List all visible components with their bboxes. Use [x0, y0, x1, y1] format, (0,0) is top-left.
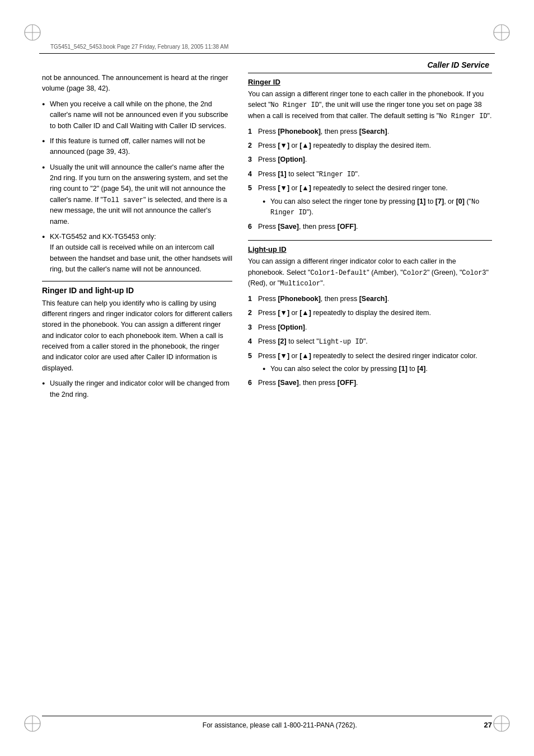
ringer-id-rule [248, 73, 492, 73]
corner-mark-tr [491, 22, 512, 43]
lightup-step-6: 6Press [Save], then press [OFF]. [248, 378, 492, 388]
continuation-text: not be announced. The announcement is he… [42, 73, 232, 95]
lightup-id-steps: 1Press [Phonebook], then press [Search].… [248, 294, 492, 389]
list-item: Usually the ringer and indicator color w… [42, 378, 232, 400]
ringer-id-intro: This feature can help you identify who i… [42, 298, 232, 374]
lightup-id-intro: You can assign a different ringer indica… [248, 256, 492, 289]
sub-list-item: You can also select the ringer tone by p… [263, 196, 492, 218]
step-3: 3Press [Option]. [248, 154, 492, 165]
ringer-section-rule-left [42, 281, 232, 281]
lightup-id-heading: Light-up ID [248, 245, 492, 253]
list-item: When you receive a call while on the pho… [42, 99, 232, 132]
ringer-id-light-heading: Ringer ID and light-up ID [42, 286, 232, 295]
ringer-id-steps: 1Press [Phonebook], then press [Search].… [248, 126, 492, 233]
list-item: If this feature is turned off, caller na… [42, 136, 232, 158]
step-5: 5Press [▼] or [▲] repeatedly to select t… [248, 183, 492, 218]
lightup-step-1: 1Press [Phonebook], then press [Search]. [248, 294, 492, 304]
top-rule [39, 53, 495, 54]
step-2: 2Press [▼] or [▲] repeatedly to display … [248, 140, 492, 151]
left-bullet-list: When you receive a call while on the pho… [42, 99, 232, 275]
footer: For assistance, please call 1-800-211-PA… [42, 716, 492, 729]
lightup-step-5: 5Press [▼] or [▲] repeatedly to select t… [248, 351, 492, 375]
page: TG5451_5452_5453.book Page 27 Friday, Fe… [0, 0, 534, 756]
step-5-sub: You can also select the ringer tone by p… [263, 196, 492, 218]
ringer-id-bullet-list: Usually the ringer and indicator color w… [42, 378, 232, 400]
list-item: Usually the unit will announce the calle… [42, 162, 232, 227]
step-1: 1Press [Phonebook], then press [Search]. [248, 126, 492, 137]
corner-mark-tl [22, 22, 43, 43]
corner-mark-br [491, 713, 512, 734]
lightup-step-4: 4Press [2] to select "Light-up ID". [248, 336, 492, 348]
page-title: Caller ID Service [427, 60, 489, 69]
ringer-id-heading: Ringer ID [248, 78, 492, 86]
footer-page-number: 27 [484, 721, 492, 729]
left-column: not be announced. The announcement is he… [42, 73, 232, 706]
main-content: not be announced. The announcement is he… [42, 73, 492, 706]
lightup-id-rule [248, 240, 492, 241]
lightup-step-3: 3Press [Option]. [248, 322, 492, 333]
ringer-id-intro-right: You can assign a different ringer tone t… [248, 89, 492, 122]
sub-list-item: You can also select the color by pressin… [263, 364, 492, 374]
list-item: KX-TG5452 and KX-TG5453 only:If an outsi… [42, 232, 232, 275]
file-info: TG5451_5452_5453.book Page 27 Friday, Fe… [50, 44, 228, 50]
lightup-step-2: 2Press [▼] or [▲] repeatedly to display … [248, 308, 492, 318]
lightup-step-5-sub: You can also select the color by pressin… [263, 364, 492, 374]
corner-mark-bl [22, 713, 43, 734]
right-column: Ringer ID You can assign a different rin… [248, 73, 492, 706]
step-4: 4Press [1] to select "Ringer ID". [248, 169, 492, 180]
footer-center: For assistance, please call 1-800-211-PA… [76, 721, 484, 729]
step-6: 6Press [Save], then press [OFF]. [248, 222, 492, 232]
